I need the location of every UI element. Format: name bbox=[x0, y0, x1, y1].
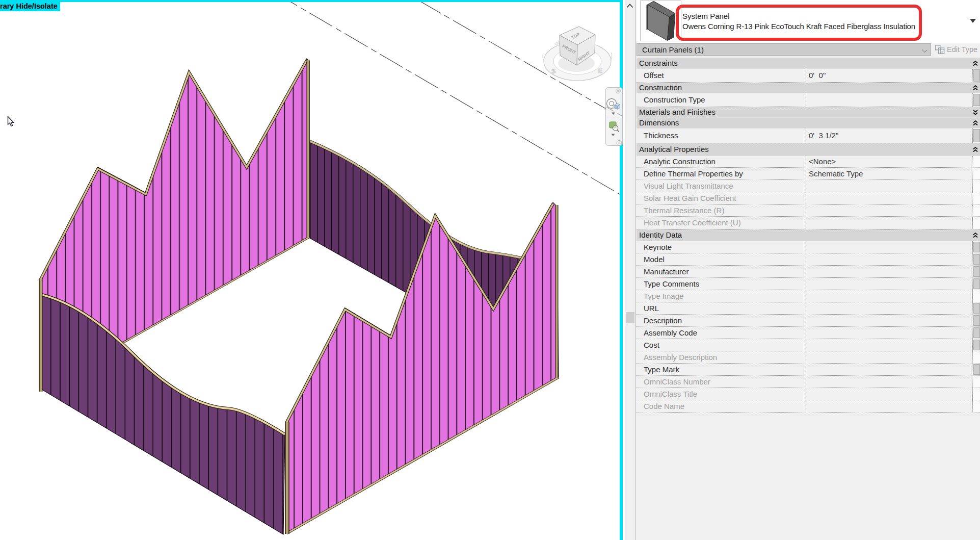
svg-text:E: E bbox=[598, 67, 602, 74]
svg-text:S: S bbox=[551, 68, 555, 75]
